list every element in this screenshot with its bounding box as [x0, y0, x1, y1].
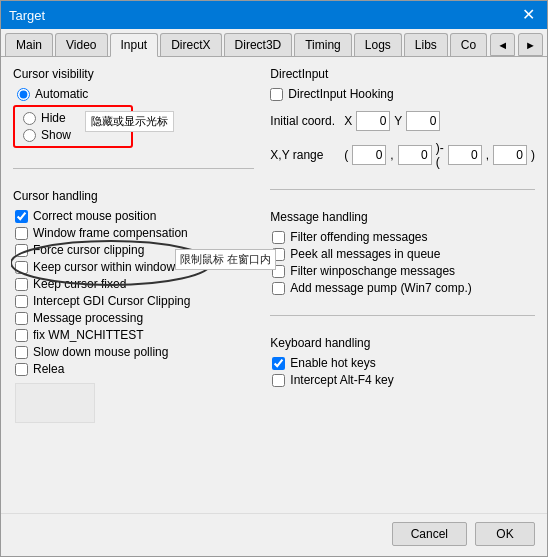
- watermark-area: [15, 383, 95, 423]
- cb-relea[interactable]: Relea: [15, 362, 254, 376]
- tab-direct3d[interactable]: Direct3D: [224, 33, 293, 56]
- cb-correct-mouse-label: Correct mouse position: [33, 209, 156, 223]
- cancel-button[interactable]: Cancel: [392, 522, 467, 546]
- cb-di-hooking[interactable]: DirectInput Hooking: [270, 87, 535, 101]
- main-window: Target ✕ Main Video Input DirectX Direct…: [0, 0, 548, 557]
- cb-peek-all[interactable]: Peek all messages in queue: [272, 247, 535, 261]
- cb-intercept-alt-input[interactable]: [272, 374, 285, 387]
- cb-enable-hotkeys[interactable]: Enable hot keys: [272, 356, 535, 370]
- cb-window-frame-input[interactable]: [15, 227, 28, 240]
- cb-filter-winpos-label: Filter winposchange messages: [290, 264, 455, 278]
- cb-add-message[interactable]: Add message pump (Win7 comp.): [272, 281, 535, 295]
- radio-hide-label: Hide: [41, 111, 66, 125]
- cb-keep-fixed[interactable]: Keep cursor fixed: [15, 277, 254, 291]
- cb-intercept-gdi-label: Intercept GDI Cursor Clipping: [33, 294, 190, 308]
- xy-range-val4[interactable]: [493, 145, 527, 165]
- cb-slow-down-input[interactable]: [15, 346, 28, 359]
- cb-force-cursor-label: Force cursor clipping: [33, 243, 144, 257]
- initial-coord-row: Initial coord. X Y: [270, 111, 535, 131]
- cb-message-proc-input[interactable]: [15, 312, 28, 325]
- directinput-group: DirectInput DirectInput Hooking Initial …: [270, 67, 535, 169]
- radio-show-label: Show: [41, 128, 71, 142]
- initial-coord-label: Initial coord.: [270, 114, 340, 128]
- keyboard-handling-group: Keyboard handling Enable hot keys Interc…: [270, 336, 535, 387]
- message-handling-checkboxes: Filter offending messages Peek all messa…: [270, 230, 535, 295]
- radio-automatic-input[interactable]: [17, 88, 30, 101]
- cb-message-proc[interactable]: Message processing: [15, 311, 254, 325]
- xy-range-val3[interactable]: [448, 145, 482, 165]
- cb-correct-mouse-input[interactable]: [15, 210, 28, 223]
- tab-libs[interactable]: Libs: [404, 33, 448, 56]
- cb-peek-all-label: Peek all messages in queue: [290, 247, 440, 261]
- xy-range-val1[interactable]: [352, 145, 386, 165]
- cb-intercept-alt-label: Intercept Alt-F4 key: [290, 373, 393, 387]
- cb-filter-offend[interactable]: Filter offending messages: [272, 230, 535, 244]
- directinput-title: DirectInput: [270, 67, 535, 81]
- cursor-visibility-group: Cursor visibility Automatic Hide: [13, 67, 254, 148]
- initial-coord-x[interactable]: [356, 111, 390, 131]
- cb-relea-input[interactable]: [15, 363, 28, 376]
- cb-correct-mouse[interactable]: Correct mouse position: [15, 209, 254, 223]
- radio-automatic[interactable]: Automatic: [13, 87, 254, 101]
- cb-fix-wm[interactable]: fix WM_NCHITTEST: [15, 328, 254, 342]
- initial-coord-y[interactable]: [406, 111, 440, 131]
- cb-di-hooking-label: DirectInput Hooking: [288, 87, 393, 101]
- cursor-handling-group: Cursor handling Correct mouse position W…: [13, 189, 254, 423]
- message-handling-title: Message handling: [270, 210, 535, 224]
- xy-range-comma2: ,: [486, 148, 489, 162]
- cb-filter-winpos[interactable]: Filter winposchange messages: [272, 264, 535, 278]
- xy-range-comma1: ,: [390, 148, 393, 162]
- tab-bar: Main Video Input DirectX Direct3D Timing…: [1, 29, 547, 57]
- tab-nav-left[interactable]: ◄: [490, 33, 515, 56]
- xy-range-val2[interactable]: [398, 145, 432, 165]
- cb-intercept-alt[interactable]: Intercept Alt-F4 key: [272, 373, 535, 387]
- cb-force-cursor-input[interactable]: [15, 244, 28, 257]
- cursor-visibility-title: Cursor visibility: [13, 67, 254, 81]
- bottom-bar: Cancel OK: [1, 513, 547, 556]
- radio-show-input[interactable]: [23, 129, 36, 142]
- tab-content: Cursor visibility Automatic Hide: [1, 57, 547, 513]
- cb-slow-down-label: Slow down mouse polling: [33, 345, 168, 359]
- cb-window-frame-label: Window frame compensation: [33, 226, 188, 240]
- tab-timing[interactable]: Timing: [294, 33, 352, 56]
- cb-fix-wm-input[interactable]: [15, 329, 28, 342]
- x-label: X: [344, 114, 352, 128]
- cb-fix-wm-label: fix WM_NCHITTEST: [33, 328, 144, 342]
- cb-filter-offend-label: Filter offending messages: [290, 230, 427, 244]
- tab-video[interactable]: Video: [55, 33, 107, 56]
- force-cursor-wrap: Force cursor clipping 限制鼠标 在窗口内: [15, 243, 254, 257]
- cb-keep-fixed-input[interactable]: [15, 278, 28, 291]
- cb-slow-down[interactable]: Slow down mouse polling: [15, 345, 254, 359]
- cb-enable-hotkeys-input[interactable]: [272, 357, 285, 370]
- close-button[interactable]: ✕: [518, 7, 539, 23]
- right-column: DirectInput DirectInput Hooking Initial …: [270, 67, 535, 503]
- cb-keep-within-label: Keep cursor within window: [33, 260, 175, 274]
- tab-input[interactable]: Input: [110, 33, 159, 57]
- xy-range-label: X,Y range: [270, 148, 340, 162]
- tab-co[interactable]: Co: [450, 33, 487, 56]
- tab-main[interactable]: Main: [5, 33, 53, 56]
- force-cursor-annotation: 限制鼠标 在窗口内: [175, 249, 276, 270]
- cb-keep-within-input[interactable]: [15, 261, 28, 274]
- cb-intercept-gdi[interactable]: Intercept GDI Cursor Clipping: [15, 294, 254, 308]
- ok-button[interactable]: OK: [475, 522, 535, 546]
- xy-range-dash: )-(: [436, 141, 444, 169]
- radio-automatic-label: Automatic: [35, 87, 88, 101]
- cb-di-hooking-input[interactable]: [270, 88, 283, 101]
- cb-window-frame[interactable]: Window frame compensation: [15, 226, 254, 240]
- cb-add-message-label: Add message pump (Win7 comp.): [290, 281, 471, 295]
- cb-keep-fixed-label: Keep cursor fixed: [33, 277, 126, 291]
- cb-filter-offend-input[interactable]: [272, 231, 285, 244]
- radio-hide-input[interactable]: [23, 112, 36, 125]
- xy-range-row: X,Y range ( , )-( , ): [270, 141, 535, 169]
- cursor-visibility-annotation: 隐藏或显示光标: [85, 111, 174, 132]
- directinput-section: DirectInput Hooking Initial coord. X Y X…: [270, 87, 535, 169]
- tab-directx[interactable]: DirectX: [160, 33, 221, 56]
- tab-nav-right[interactable]: ►: [518, 33, 543, 56]
- cb-add-message-input[interactable]: [272, 282, 285, 295]
- cb-enable-hotkeys-label: Enable hot keys: [290, 356, 375, 370]
- cb-intercept-gdi-input[interactable]: [15, 295, 28, 308]
- cursor-handling-checkboxes: Correct mouse position Window frame comp…: [13, 209, 254, 423]
- message-handling-group: Message handling Filter offending messag…: [270, 210, 535, 295]
- tab-logs[interactable]: Logs: [354, 33, 402, 56]
